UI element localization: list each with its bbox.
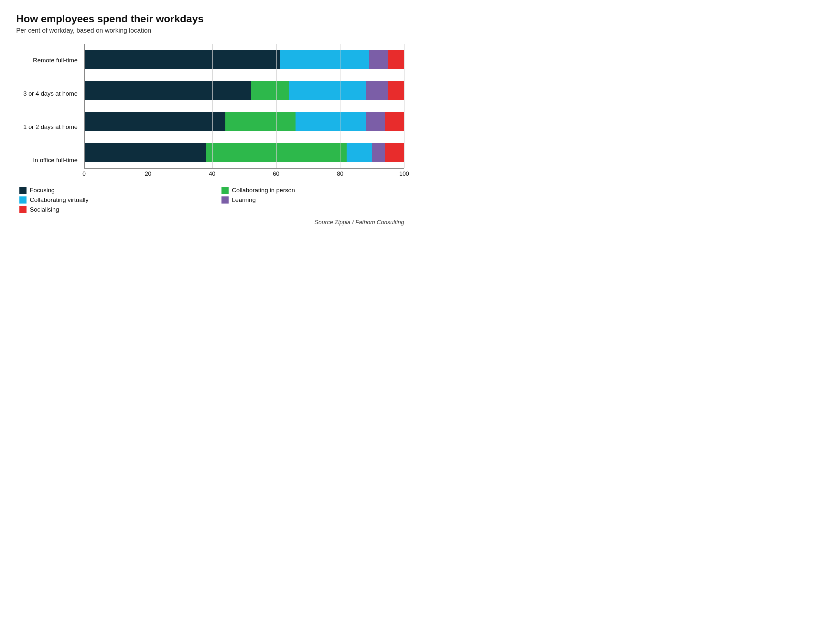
bar-segment-collab_person: [251, 81, 289, 100]
x-tick: 20: [145, 170, 151, 177]
chart-subtitle: Per cent of workday, based on working lo…: [16, 27, 404, 34]
legend-swatch-learning: [221, 197, 229, 203]
bar-segment-learning: [366, 112, 385, 131]
grid-line: [404, 44, 404, 168]
bar-segment-socialising: [388, 50, 404, 69]
bar-segment-collab_virtual: [347, 143, 372, 162]
legend-item: Collaborating virtually: [19, 197, 202, 203]
legend-label-learning: Learning: [232, 197, 256, 203]
bar-segment-focusing: [85, 143, 206, 162]
bar-segment-collab_person: [225, 112, 295, 131]
bar-segment-socialising: [385, 112, 404, 131]
chart-title: How employees spend their workdays: [16, 13, 404, 25]
y-label: 3 or 4 days at home: [16, 90, 77, 98]
x-tick: 80: [337, 170, 343, 177]
legend-item: Learning: [221, 197, 404, 203]
y-label: Remote full-time: [16, 57, 77, 64]
legend-item: Collaborating in person: [221, 187, 404, 194]
bar-segment-collab_virtual: [279, 50, 369, 69]
x-axis: 020406080100: [84, 168, 404, 177]
bar-row: [85, 112, 404, 131]
bar-segment-learning: [372, 143, 385, 162]
legend-swatch-focusing: [19, 187, 27, 194]
bar-segment-socialising: [385, 143, 404, 162]
y-axis-labels: Remote full-time3 or 4 days at home1 or …: [16, 44, 84, 177]
legend: FocusingCollaborating in personCollabora…: [16, 187, 404, 213]
legend-swatch-socialising: [19, 206, 27, 213]
x-tick: 60: [273, 170, 279, 177]
bar-row: [85, 81, 404, 100]
legend-label-focusing: Focusing: [30, 187, 55, 194]
legend-item: [221, 206, 404, 213]
legend-label-socialising: Socialising: [30, 206, 59, 213]
x-tick: 0: [82, 170, 86, 177]
bar-segment-collab_virtual: [295, 112, 366, 131]
x-tick: 100: [399, 170, 409, 177]
bars-container: [84, 44, 404, 168]
legend-item: Focusing: [19, 187, 202, 194]
chart-area: Remote full-time3 or 4 days at home1 or …: [16, 44, 404, 177]
legend-swatch-collab_virtual: [19, 197, 27, 203]
source-line: Source Zippia / Fathom Consulting: [16, 219, 404, 226]
legend-label-collab_virtual: Collaborating virtually: [30, 197, 88, 203]
bar-row: [85, 143, 404, 162]
legend-swatch-collab_person: [221, 187, 229, 194]
legend-label-collab_person: Collaborating in person: [232, 187, 295, 194]
x-tick: 40: [209, 170, 215, 177]
bar-segment-collab_person: [206, 143, 347, 162]
bar-segment-socialising: [388, 81, 404, 100]
bar-segment-collab_virtual: [289, 81, 366, 100]
bar-segment-focusing: [85, 112, 225, 131]
bar-row: [85, 50, 404, 69]
bar-segment-focusing: [85, 81, 251, 100]
bar-segment-learning: [369, 50, 388, 69]
chart-inner: 020406080100: [84, 44, 404, 177]
legend-item: Socialising: [19, 206, 202, 213]
y-label: In office full-time: [16, 157, 77, 164]
y-label: 1 or 2 days at home: [16, 123, 77, 131]
bar-segment-focusing: [85, 50, 279, 69]
bar-segment-learning: [366, 81, 388, 100]
